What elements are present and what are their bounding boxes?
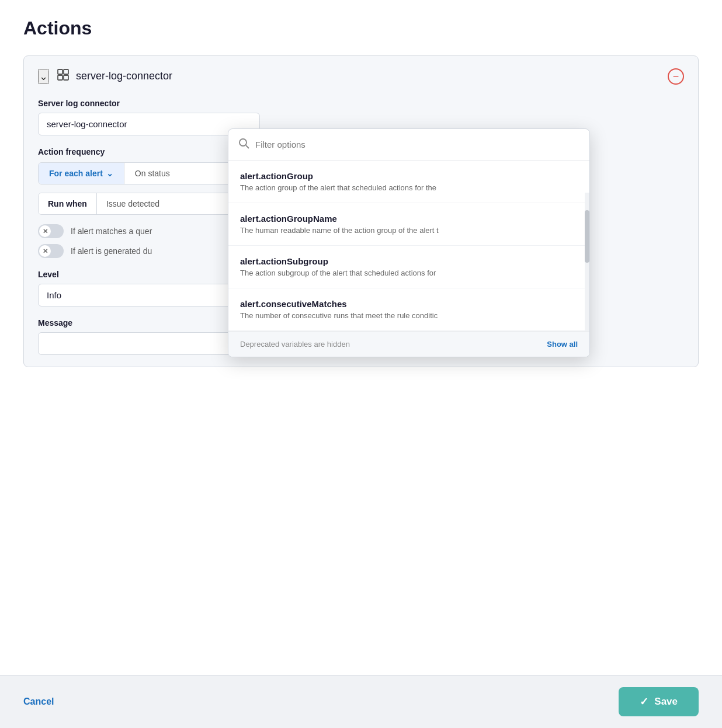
frequency-row: For each alert ⌄ On status bbox=[38, 162, 260, 184]
message-input-wrapper bbox=[38, 332, 260, 355]
item-desc-2: The action subgroup of the alert that sc… bbox=[240, 269, 578, 277]
chevron-down-icon: ⌄ bbox=[106, 169, 113, 178]
save-button[interactable]: ✓ Save bbox=[619, 687, 699, 716]
checkmark-icon: ✓ bbox=[640, 695, 648, 708]
deprecated-text: Deprecated variables are hidden bbox=[240, 340, 350, 349]
dropdown-item-1[interactable]: alert.actionGroupName The human readable… bbox=[228, 203, 589, 246]
item-name-1: alert.actionGroupName bbox=[240, 214, 578, 224]
page-title: Actions bbox=[23, 18, 699, 39]
scrollbar-thumb[interactable] bbox=[585, 210, 589, 263]
page-container: Actions ⌄ server-log-connector − Server … bbox=[0, 0, 722, 728]
run-when-value: Issue detected bbox=[97, 193, 169, 214]
toggle-knob-2: ✕ bbox=[39, 245, 51, 257]
toggle-1[interactable]: ✕ bbox=[38, 224, 64, 238]
scrollbar-track bbox=[585, 193, 589, 331]
item-desc-0: The action group of the alert that sched… bbox=[240, 183, 578, 192]
for-each-alert-button[interactable]: For each alert ⌄ bbox=[39, 163, 124, 184]
item-name-2: alert.actionSubgroup bbox=[240, 256, 578, 266]
toggle-knob-1: ✕ bbox=[39, 225, 51, 237]
dropdown-search-row bbox=[228, 129, 589, 161]
dropdown-list: alert.actionGroup The action group of th… bbox=[228, 161, 589, 331]
item-desc-1: The human readable name of the action gr… bbox=[240, 226, 578, 235]
remove-button[interactable]: − bbox=[668, 68, 684, 85]
svg-rect-0 bbox=[58, 69, 63, 74]
filter-input[interactable] bbox=[255, 140, 580, 149]
dropdown-footer: Deprecated variables are hidden Show all bbox=[228, 331, 589, 357]
item-desc-3: The number of consecutive runs that meet… bbox=[240, 311, 578, 320]
svg-rect-1 bbox=[64, 69, 68, 74]
footer: Cancel ✓ Save bbox=[0, 675, 722, 728]
message-input[interactable] bbox=[47, 339, 251, 349]
search-icon bbox=[238, 137, 249, 152]
show-all-button[interactable]: Show all bbox=[547, 340, 578, 349]
collapse-button[interactable]: ⌄ bbox=[38, 69, 49, 84]
dropdown-item-0[interactable]: alert.actionGroup The action group of th… bbox=[228, 161, 589, 203]
svg-rect-3 bbox=[64, 75, 68, 80]
level-input[interactable] bbox=[38, 284, 260, 306]
run-when-label: Run when bbox=[39, 193, 97, 214]
toggle-2[interactable]: ✕ bbox=[38, 244, 64, 258]
item-name-3: alert.consecutiveMatches bbox=[240, 299, 578, 309]
cancel-button[interactable]: Cancel bbox=[23, 696, 54, 707]
connector-name: server-log-connector bbox=[76, 70, 668, 82]
svg-point-7 bbox=[239, 139, 247, 146]
connector-icon bbox=[56, 68, 70, 85]
run-when-row: Run when Issue detected bbox=[38, 193, 260, 215]
dropdown-item-2[interactable]: alert.actionSubgroup The action subgroup… bbox=[228, 246, 589, 288]
dropdown-item-3[interactable]: alert.consecutiveMatches The number of c… bbox=[228, 288, 589, 331]
connector-header: ⌄ server-log-connector − bbox=[38, 68, 684, 85]
server-log-input[interactable] bbox=[38, 113, 260, 135]
toggle-text-1: If alert matches a quer bbox=[71, 227, 152, 236]
on-status-button[interactable]: On status bbox=[124, 163, 180, 184]
toggle-text-2: If alert is generated du bbox=[71, 246, 152, 256]
svg-line-8 bbox=[246, 145, 249, 148]
filter-dropdown: alert.actionGroup The action group of th… bbox=[228, 128, 590, 357]
save-label: Save bbox=[654, 696, 678, 708]
item-name-0: alert.actionGroup bbox=[240, 171, 578, 181]
svg-rect-2 bbox=[58, 75, 63, 80]
server-log-label: Server log connector bbox=[38, 99, 684, 108]
